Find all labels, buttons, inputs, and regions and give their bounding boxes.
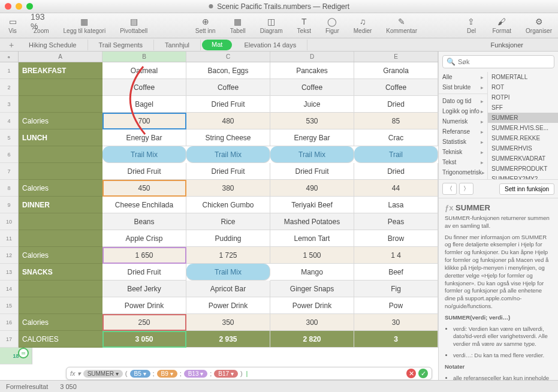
sheet-tab[interactable]: Hiking Schedule [18,40,88,50]
row-header[interactable]: 14 [0,281,19,297]
cell[interactable]: Lasa [354,197,438,213]
add-row-button[interactable]: ＝ [18,348,29,358]
cell[interactable]: 1 500 [270,247,354,264]
cell[interactable]: Power Drink [186,297,270,314]
cell[interactable]: Dried Fruit [270,163,354,180]
organize-button[interactable]: ⚙Organiser [526,17,552,34]
column-header[interactable]: B [102,52,186,62]
function-category-item[interactable]: Tekst▸ [439,157,487,167]
zoom-control[interactable]: 193 %Zoom [34,17,49,34]
row-label-cell[interactable] [19,96,102,113]
cell[interactable]: Trail Mix [270,146,354,163]
function-list-item[interactable]: SUMMERKVADRAT [488,153,558,164]
cell[interactable]: Energy Bar [102,129,186,146]
cell[interactable]: String Cheese [186,129,270,146]
cell[interactable]: Pow [354,297,438,314]
cell[interactable]: Crac [354,129,438,146]
row-label-cell[interactable]: Calories [19,314,102,331]
shape-button[interactable]: ◯Figur [325,17,339,34]
cell[interactable]: 380 [186,180,270,197]
cell[interactable]: Coffee [186,79,270,96]
function-list-item[interactable]: SUMMERHVIS [488,143,558,153]
row-label-cell[interactable]: CALORIES [19,331,102,348]
row-header[interactable]: 7 [0,163,19,180]
function-list[interactable]: ROMERTALLROTROTPISFFSUMMERSUMMER.HVIS.SE… [488,72,558,179]
row-label-cell[interactable]: BREAKFAST🍳🥞 [19,62,102,79]
cell[interactable]: 3 050 [102,331,186,348]
cell[interactable]: 300 [270,314,354,331]
cell[interactable]: Apple Crisp [102,230,186,247]
row-label-cell[interactable]: SNACKS🥑🧃 [19,264,102,281]
cell[interactable]: 450 [102,180,186,197]
function-category-item[interactable]: Teknisk▸ [439,147,487,157]
table-button[interactable]: ▦Tabell [230,17,246,34]
cell[interactable]: Chicken Gumbo [186,197,270,213]
cell[interactable]: Power Drink [102,297,186,314]
cell[interactable]: Trail Mix [186,264,270,281]
row-header[interactable]: 6 [0,146,19,163]
cell[interactable]: 3 [354,331,438,348]
function-category-item[interactable]: Statistisk▸ [439,137,487,147]
search-input[interactable] [458,58,550,65]
add-sheet-button[interactable]: + [5,39,18,51]
row-label-cell[interactable]: Calories [19,180,102,197]
cell[interactable]: Energy Bar [270,129,354,146]
function-list-item[interactable]: SUMMER [488,113,558,123]
add-category-button[interactable]: ▦Legg til kategori [64,17,106,34]
cell[interactable]: Pudding [186,230,270,247]
sheet-tab[interactable]: Trail Segments [88,40,155,50]
cell[interactable]: 1 650 [102,247,186,264]
function-category-item[interactable]: Dato og tid▸ [439,96,487,106]
cell[interactable]: 30 [354,314,438,331]
column-header[interactable]: A [19,52,102,62]
cancel-formula-button[interactable]: ✕ [406,369,416,378]
sheet-tab[interactable]: Elevation 14 days [233,40,307,50]
row-label-cell[interactable]: LUNCH🥜 [19,129,102,146]
view-menu[interactable]: ▭Vis [6,17,19,34]
cell[interactable]: Rice [186,213,270,230]
row-header[interactable]: 16 [0,314,19,331]
cell[interactable]: Beans [102,213,186,230]
row-label-cell[interactable] [19,146,102,163]
cell[interactable]: 700 [102,113,186,129]
chart-button[interactable]: ◫Diagram [260,17,283,34]
text-button[interactable]: TTekst [297,17,311,34]
function-category-item[interactable]: Numerisk▸ [439,116,487,126]
cell[interactable]: Juice [270,96,354,113]
function-list-item[interactable]: ROT [488,82,558,92]
close-window-icon[interactable] [5,3,11,10]
cell[interactable]: 490 [270,180,354,197]
media-button[interactable]: ♫Medier [354,17,372,34]
row-header[interactable]: 15 [0,297,19,314]
row-header[interactable]: 3 [0,96,19,113]
formula-arg-4[interactable]: B17 ▾ [214,370,238,378]
cell[interactable]: Trail [354,146,438,163]
cell[interactable]: 2 935 [186,331,270,348]
row-header[interactable]: 13 [0,264,19,281]
cell[interactable]: Mango [270,264,354,281]
formula-arg-2[interactable]: B9 ▾ [157,370,177,378]
row-header[interactable]: 9 [0,197,19,213]
pivot-button[interactable]: ▤Pivottabell [120,17,147,34]
cell[interactable]: Coffee [270,79,354,96]
function-list-item[interactable]: ROMERTALL [488,72,558,82]
nav-forward-button[interactable]: 〉 [459,183,473,195]
cell[interactable]: Brow [354,230,438,247]
cell[interactable]: 480 [186,113,270,129]
formula-function-token[interactable]: SUMMER ▾ [83,370,123,378]
cell[interactable]: Coffee [354,79,438,96]
function-list-item[interactable]: SUMMERX2MY2 [488,174,558,179]
cell[interactable]: Teriyaki Beef [270,197,354,213]
row-label-cell[interactable] [19,281,102,297]
formula-arg-3[interactable]: B13 ▾ [184,370,208,378]
formula-arg-1[interactable]: B5 ▾ [130,370,150,378]
function-category-item[interactable]: Referanse▸ [439,126,487,137]
cell[interactable]: Peas [354,213,438,230]
row-label-cell[interactable] [19,79,102,96]
cell[interactable]: Cheese Enchilada [102,197,186,213]
function-list-item[interactable]: SFF [488,102,558,113]
cell[interactable]: Ginger Snaps [270,281,354,297]
zoom-window-icon[interactable] [26,3,33,10]
share-button[interactable]: ⇪Del [465,17,478,34]
column-header[interactable]: D [270,52,354,62]
